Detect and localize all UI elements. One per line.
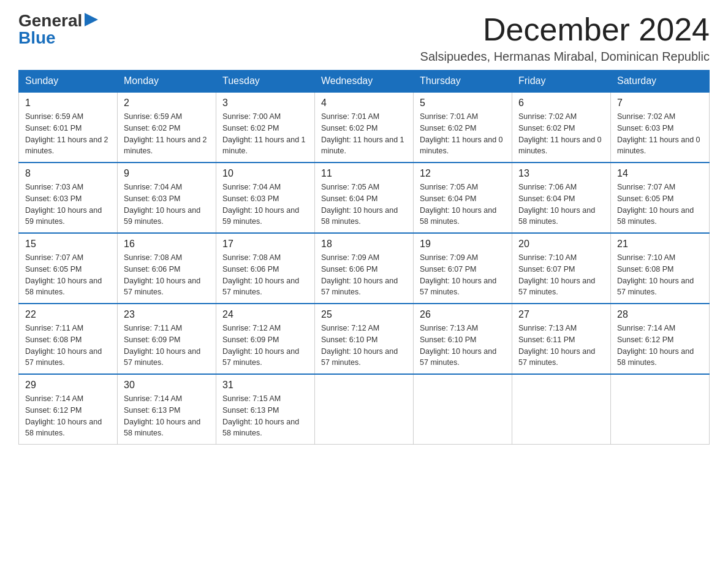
calendar-cell: 23 Sunrise: 7:11 AM Sunset: 6:09 PM Dayl…	[118, 304, 216, 374]
day-info: Sunrise: 7:01 AM Sunset: 6:02 PM Dayligh…	[321, 111, 407, 157]
header: General Blue December 2024 Salsipuedes, …	[18, 12, 710, 64]
calendar-cell: 27 Sunrise: 7:13 AM Sunset: 6:11 PM Dayl…	[512, 304, 611, 374]
logo-blue-text: Blue	[18, 29, 56, 47]
day-info: Sunrise: 7:11 AM Sunset: 6:08 PM Dayligh…	[25, 323, 111, 369]
calendar-cell: 14 Sunrise: 7:07 AM Sunset: 6:05 PM Dayl…	[611, 163, 710, 233]
calendar-cell: 17 Sunrise: 7:08 AM Sunset: 6:06 PM Dayl…	[216, 233, 315, 304]
day-info: Sunrise: 7:10 AM Sunset: 6:08 PM Dayligh…	[617, 252, 703, 298]
calendar-header-friday: Friday	[512, 71, 611, 93]
day-info: Sunrise: 7:04 AM Sunset: 6:03 PM Dayligh…	[124, 182, 210, 228]
day-number: 20	[518, 239, 604, 250]
month-title: December 2024	[420, 12, 710, 47]
calendar-cell: 22 Sunrise: 7:11 AM Sunset: 6:08 PM Dayl…	[19, 304, 118, 374]
day-number: 14	[617, 168, 703, 179]
day-info: Sunrise: 7:13 AM Sunset: 6:11 PM Dayligh…	[518, 323, 604, 369]
calendar-cell: 10 Sunrise: 7:04 AM Sunset: 6:03 PM Dayl…	[216, 163, 315, 233]
day-number: 19	[420, 239, 506, 250]
day-number: 18	[321, 239, 407, 250]
day-info: Sunrise: 7:03 AM Sunset: 6:03 PM Dayligh…	[25, 182, 111, 228]
day-number: 11	[321, 168, 407, 179]
calendar-cell: 19 Sunrise: 7:09 AM Sunset: 6:07 PM Dayl…	[414, 233, 512, 304]
day-number: 1	[25, 98, 111, 109]
calendar-cell: 16 Sunrise: 7:08 AM Sunset: 6:06 PM Dayl…	[118, 233, 216, 304]
day-number: 27	[518, 309, 604, 320]
calendar-cell: 30 Sunrise: 7:14 AM Sunset: 6:13 PM Dayl…	[118, 374, 216, 445]
day-info: Sunrise: 6:59 AM Sunset: 6:02 PM Dayligh…	[124, 111, 210, 157]
day-number: 15	[25, 239, 111, 250]
calendar-cell: 18 Sunrise: 7:09 AM Sunset: 6:06 PM Dayl…	[315, 233, 414, 304]
day-info: Sunrise: 7:12 AM Sunset: 6:09 PM Dayligh…	[222, 323, 308, 369]
calendar-cell	[414, 374, 512, 445]
day-number: 23	[124, 309, 210, 320]
day-number: 17	[222, 239, 308, 250]
calendar-cell: 24 Sunrise: 7:12 AM Sunset: 6:09 PM Dayl…	[216, 304, 315, 374]
day-number: 3	[222, 98, 308, 109]
day-info: Sunrise: 7:13 AM Sunset: 6:10 PM Dayligh…	[420, 323, 506, 369]
calendar-cell: 13 Sunrise: 7:06 AM Sunset: 6:04 PM Dayl…	[512, 163, 611, 233]
calendar-week-row: 15 Sunrise: 7:07 AM Sunset: 6:05 PM Dayl…	[19, 233, 710, 304]
day-info: Sunrise: 7:14 AM Sunset: 6:12 PM Dayligh…	[25, 393, 111, 439]
day-number: 21	[617, 239, 703, 250]
calendar-week-row: 8 Sunrise: 7:03 AM Sunset: 6:03 PM Dayli…	[19, 163, 710, 233]
day-info: Sunrise: 7:05 AM Sunset: 6:04 PM Dayligh…	[321, 182, 407, 228]
calendar-cell: 7 Sunrise: 7:02 AM Sunset: 6:03 PM Dayli…	[611, 92, 710, 163]
calendar-header-row: SundayMondayTuesdayWednesdayThursdayFrid…	[19, 71, 710, 93]
calendar-cell: 5 Sunrise: 7:01 AM Sunset: 6:02 PM Dayli…	[414, 92, 512, 163]
calendar-cell: 26 Sunrise: 7:13 AM Sunset: 6:10 PM Dayl…	[414, 304, 512, 374]
logo-triangle-icon	[85, 13, 98, 26]
calendar-cell: 2 Sunrise: 6:59 AM Sunset: 6:02 PM Dayli…	[118, 92, 216, 163]
day-info: Sunrise: 7:15 AM Sunset: 6:13 PM Dayligh…	[222, 393, 308, 439]
day-number: 30	[124, 380, 210, 391]
day-info: Sunrise: 7:08 AM Sunset: 6:06 PM Dayligh…	[222, 252, 308, 298]
calendar-cell: 20 Sunrise: 7:10 AM Sunset: 6:07 PM Dayl…	[512, 233, 611, 304]
calendar-cell: 31 Sunrise: 7:15 AM Sunset: 6:13 PM Dayl…	[216, 374, 315, 445]
day-number: 24	[222, 309, 308, 320]
calendar-week-row: 1 Sunrise: 6:59 AM Sunset: 6:01 PM Dayli…	[19, 92, 710, 163]
calendar-cell: 6 Sunrise: 7:02 AM Sunset: 6:02 PM Dayli…	[512, 92, 611, 163]
day-info: Sunrise: 7:04 AM Sunset: 6:03 PM Dayligh…	[222, 182, 308, 228]
calendar-cell: 8 Sunrise: 7:03 AM Sunset: 6:03 PM Dayli…	[19, 163, 118, 233]
calendar-cell: 1 Sunrise: 6:59 AM Sunset: 6:01 PM Dayli…	[19, 92, 118, 163]
day-number: 31	[222, 380, 308, 391]
day-info: Sunrise: 7:07 AM Sunset: 6:05 PM Dayligh…	[617, 182, 703, 228]
calendar-cell: 15 Sunrise: 7:07 AM Sunset: 6:05 PM Dayl…	[19, 233, 118, 304]
calendar-cell	[512, 374, 611, 445]
svg-marker-0	[85, 13, 98, 26]
day-number: 12	[420, 168, 506, 179]
calendar-header-thursday: Thursday	[414, 71, 512, 93]
day-info: Sunrise: 7:14 AM Sunset: 6:13 PM Dayligh…	[124, 393, 210, 439]
day-info: Sunrise: 6:59 AM Sunset: 6:01 PM Dayligh…	[25, 111, 111, 157]
calendar-header-sunday: Sunday	[19, 71, 118, 93]
calendar-week-row: 29 Sunrise: 7:14 AM Sunset: 6:12 PM Dayl…	[19, 374, 710, 445]
calendar-cell: 29 Sunrise: 7:14 AM Sunset: 6:12 PM Dayl…	[19, 374, 118, 445]
day-info: Sunrise: 7:11 AM Sunset: 6:09 PM Dayligh…	[124, 323, 210, 369]
day-number: 8	[25, 168, 111, 179]
day-number: 26	[420, 309, 506, 320]
day-number: 5	[420, 98, 506, 109]
day-info: Sunrise: 7:05 AM Sunset: 6:04 PM Dayligh…	[420, 182, 506, 228]
calendar-cell: 28 Sunrise: 7:14 AM Sunset: 6:12 PM Dayl…	[611, 304, 710, 374]
day-number: 2	[124, 98, 210, 109]
day-number: 9	[124, 168, 210, 179]
calendar-cell	[611, 374, 710, 445]
day-info: Sunrise: 7:07 AM Sunset: 6:05 PM Dayligh…	[25, 252, 111, 298]
day-info: Sunrise: 7:02 AM Sunset: 6:03 PM Dayligh…	[617, 111, 703, 157]
day-info: Sunrise: 7:14 AM Sunset: 6:12 PM Dayligh…	[617, 323, 703, 369]
logo: General Blue	[18, 12, 98, 47]
calendar-week-row: 22 Sunrise: 7:11 AM Sunset: 6:08 PM Dayl…	[19, 304, 710, 374]
calendar-header-tuesday: Tuesday	[216, 71, 315, 93]
calendar-cell: 11 Sunrise: 7:05 AM Sunset: 6:04 PM Dayl…	[315, 163, 414, 233]
calendar-cell: 21 Sunrise: 7:10 AM Sunset: 6:08 PM Dayl…	[611, 233, 710, 304]
day-number: 7	[617, 98, 703, 109]
calendar-header-monday: Monday	[118, 71, 216, 93]
day-info: Sunrise: 7:12 AM Sunset: 6:10 PM Dayligh…	[321, 323, 407, 369]
calendar-cell: 25 Sunrise: 7:12 AM Sunset: 6:10 PM Dayl…	[315, 304, 414, 374]
day-number: 28	[617, 309, 703, 320]
day-number: 13	[518, 168, 604, 179]
calendar-cell: 3 Sunrise: 7:00 AM Sunset: 6:02 PM Dayli…	[216, 92, 315, 163]
day-info: Sunrise: 7:09 AM Sunset: 6:07 PM Dayligh…	[420, 252, 506, 298]
calendar-header-wednesday: Wednesday	[315, 71, 414, 93]
day-number: 25	[321, 309, 407, 320]
day-info: Sunrise: 7:09 AM Sunset: 6:06 PM Dayligh…	[321, 252, 407, 298]
calendar-cell	[315, 374, 414, 445]
